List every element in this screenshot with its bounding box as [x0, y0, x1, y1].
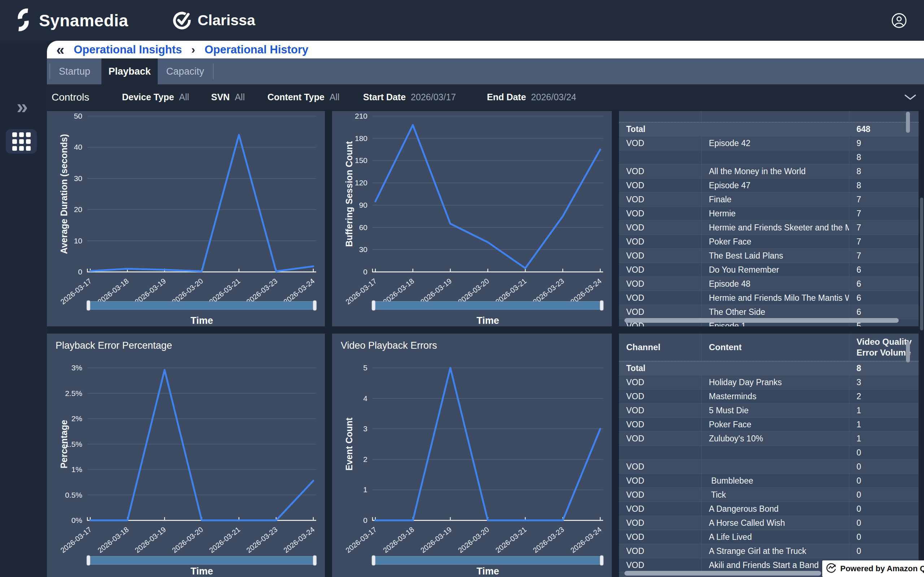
line-chart: Video Playback Errors012345Event Count20…: [332, 334, 612, 577]
slider-handle-right[interactable]: [600, 300, 604, 311]
chevron-down-icon[interactable]: [905, 95, 916, 102]
clarissa-logo: Clarissa: [171, 10, 255, 32]
value-cell: 8: [849, 362, 919, 375]
time-range-slider[interactable]: [89, 301, 315, 309]
content-cell: All the Money in the World: [702, 164, 849, 178]
chart-title: Playback Error Percentage: [56, 340, 172, 351]
filter-device-type[interactable]: Device TypeAll: [122, 84, 189, 110]
time-range-slider[interactable]: [89, 556, 315, 564]
chevron-right-icon: ›: [191, 43, 195, 56]
content-cell: A Strange Girl at the Truck: [702, 544, 849, 558]
slider-handle-left[interactable]: [372, 300, 375, 311]
y-tick-label: 30: [359, 245, 367, 253]
tab-capacity[interactable]: Capacity: [162, 58, 208, 84]
line-chart: 0306090120150180210Buffering Session Cou…: [332, 111, 612, 326]
channel-cell: [619, 150, 702, 164]
y-tick-label: 50: [74, 112, 82, 120]
table-row: VODZuluboy's 10%1: [619, 432, 919, 446]
table-row: VODDo You Remember6: [619, 263, 919, 277]
channel-cell: VOD: [619, 530, 702, 544]
channel-cell: VOD: [619, 558, 702, 572]
table-horizontal-scrollbar[interactable]: [624, 571, 821, 575]
data-line: [375, 368, 600, 521]
filter-value: 2026/03/24: [531, 92, 576, 102]
filter-end-date[interactable]: End Date2026/03/24: [487, 84, 576, 110]
slider-handle-left[interactable]: [87, 555, 90, 566]
value-cell: 1: [849, 417, 919, 431]
breadcrumb-link-operational-history[interactable]: Operational History: [205, 43, 309, 56]
value-cell: 0: [849, 460, 919, 474]
controls-bar: Controls Device TypeAllSVNAllContent Typ…: [47, 84, 924, 110]
channel-cell: VOD: [619, 277, 702, 291]
content-cell: Poker Face: [702, 417, 849, 431]
table-horizontal-scrollbar[interactable]: [624, 318, 899, 323]
y-tick-label: 40: [74, 143, 82, 151]
x-tick-label: 2026-03-24: [569, 525, 603, 554]
slider-handle-right[interactable]: [600, 555, 604, 566]
slider-handle-right[interactable]: [313, 555, 317, 566]
tab-divider: [213, 63, 214, 79]
chart-panel-buffering-session-count: 0306090120150180210Buffering Session Cou…: [332, 111, 612, 326]
channel-cell: VOD: [619, 179, 702, 192]
y-axis-label: Percentage: [59, 420, 69, 469]
channel-cell: VOD: [619, 432, 702, 445]
brand-name: Synamedia: [39, 11, 128, 30]
breadcrumb: « Operational Insights › Operational His…: [47, 41, 924, 58]
chart-panel-video-playback-errors: Video Playback Errors012345Event Count20…: [332, 334, 612, 577]
synamedia-logo: Synamedia: [12, 7, 128, 34]
x-tick-label: 2026-03-18: [96, 525, 130, 554]
content-cell: Hermie: [702, 206, 849, 220]
data-line: [90, 370, 313, 521]
value-cell: 0: [849, 488, 919, 501]
time-range-slider[interactable]: [373, 556, 602, 564]
x-tick-label: 2026-03-17: [59, 525, 93, 554]
x-tick-label: 2026-03-18: [381, 525, 415, 554]
tab-playback[interactable]: Playback: [102, 58, 158, 84]
x-tick-label: 2026-03-20: [170, 525, 204, 554]
y-tick-label: 5: [363, 364, 367, 372]
x-axis-label: Time: [477, 566, 499, 577]
y-tick-label: 1: [363, 485, 367, 494]
sidebar-expand-icon[interactable]: »: [16, 97, 28, 117]
filter-content-type[interactable]: Content TypeAll: [267, 84, 340, 110]
table-row: VODPoker Face1: [619, 417, 919, 432]
content-cell: [702, 362, 849, 375]
value-cell: 2: [849, 390, 919, 403]
user-account-icon[interactable]: [892, 13, 907, 28]
table-total-row: Total8: [619, 361, 919, 376]
slider-handle-right[interactable]: [313, 300, 317, 311]
product-name: Clarissa: [197, 12, 255, 29]
breadcrumb-link-operational-insights[interactable]: Operational Insights: [74, 43, 182, 56]
slider-handle-left[interactable]: [372, 555, 375, 566]
table-row: VOD5 Must Die1: [619, 403, 919, 417]
x-tick-label: 2026-03-23: [531, 525, 565, 554]
filter-start-date[interactable]: Start Date2026/03/17: [363, 84, 456, 110]
content-cell: Masterminds: [702, 390, 849, 403]
powered-by-text: Powered by Amazon Quick: [840, 564, 924, 574]
table-vertical-scrollbar[interactable]: [906, 342, 910, 363]
slider-handle-left[interactable]: [87, 300, 90, 311]
value-cell: 7: [849, 206, 919, 220]
tab-startup[interactable]: Startup: [52, 58, 97, 84]
clarissa-icon: [171, 10, 192, 32]
content-cell: [702, 446, 849, 459]
apps-grid-button[interactable]: [6, 129, 37, 154]
filter-svn[interactable]: SVNAll: [211, 84, 245, 110]
content-cell: Holiday Day Pranks: [702, 376, 849, 389]
table-total-row: Total648: [619, 122, 919, 136]
y-axis-label: Event Count: [344, 417, 354, 471]
line-chart: 01020304050Average Duration (seconds)202…: [47, 111, 325, 326]
y-tick-label: 120: [355, 179, 367, 187]
value-cell: 6: [849, 291, 919, 305]
table-vertical-scrollbar[interactable]: [906, 112, 910, 133]
x-tick-label: 2026-03-19: [419, 525, 453, 554]
table-row: VODEpisode 486: [619, 277, 919, 291]
page-vertical-scrollbar[interactable]: [920, 198, 923, 330]
left-sidebar: »: [0, 41, 47, 577]
x-axis-label: Time: [477, 315, 499, 326]
time-range-slider[interactable]: [373, 301, 602, 309]
table-row: VODHermie7: [619, 206, 919, 221]
collapse-breadcrumb-icon[interactable]: «: [56, 43, 64, 57]
y-tick-label: 60: [359, 223, 367, 232]
filter-value: All: [179, 92, 189, 102]
